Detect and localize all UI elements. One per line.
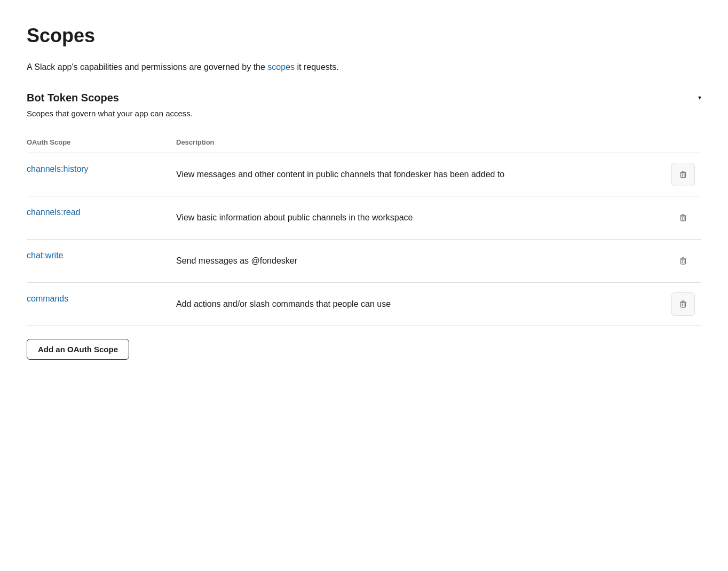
scope-description: Send messages as @fondesker (176, 256, 297, 265)
scope-name-link[interactable]: channels:history (27, 164, 89, 173)
intro-text-after: it requests. (297, 62, 338, 72)
trash-icon (678, 256, 688, 266)
page-title: Scopes (27, 21, 701, 50)
table-row: chat:write Send messages as @fondesker (27, 240, 701, 283)
add-oauth-scope-button[interactable]: Add an OAuth Scope (27, 339, 129, 360)
table-header: OAuth Scope Description (27, 133, 701, 153)
delete-scope-button[interactable] (671, 292, 695, 316)
scope-description: View messages and other content in publi… (176, 170, 504, 179)
delete-scope-button[interactable] (671, 206, 695, 229)
col-header-actions (664, 133, 701, 153)
scope-description: Add actions and/or slash commands that p… (176, 299, 391, 308)
trash-icon (678, 299, 688, 309)
intro-text-before: A Slack app's capabilities and permissio… (27, 62, 265, 72)
delete-scope-button[interactable] (671, 249, 695, 273)
svg-rect-5 (681, 216, 686, 221)
scopes-table: OAuth Scope Description channels:history… (27, 133, 701, 327)
delete-scope-button[interactable] (671, 163, 695, 186)
chevron-down-icon[interactable]: ▾ (698, 93, 701, 102)
section-subtitle: Scopes that govern what your app can acc… (27, 108, 701, 120)
scopes-link[interactable]: scopes (267, 62, 295, 72)
svg-rect-9 (681, 259, 686, 264)
intro-paragraph: A Slack app's capabilities and permissio… (27, 61, 701, 74)
scope-name-link[interactable]: chat:write (27, 251, 63, 260)
table-row: channels:read View basic information abo… (27, 196, 701, 240)
table-row: channels:history View messages and other… (27, 153, 701, 196)
col-header-oauth: OAuth Scope (27, 133, 176, 153)
scope-name-link[interactable]: channels:read (27, 208, 81, 217)
section-title: Bot Token Scopes (27, 90, 119, 106)
svg-rect-1 (681, 173, 686, 178)
svg-rect-13 (681, 303, 686, 307)
bot-token-scopes-header: Bot Token Scopes ▾ (27, 90, 701, 106)
trash-icon (678, 170, 688, 179)
trash-icon (678, 213, 688, 223)
col-header-description: Description (176, 133, 664, 153)
scope-name-link[interactable]: commands (27, 294, 68, 303)
scope-description: View basic information about public chan… (176, 213, 413, 222)
table-row: commands Add actions and/or slash comman… (27, 283, 701, 326)
